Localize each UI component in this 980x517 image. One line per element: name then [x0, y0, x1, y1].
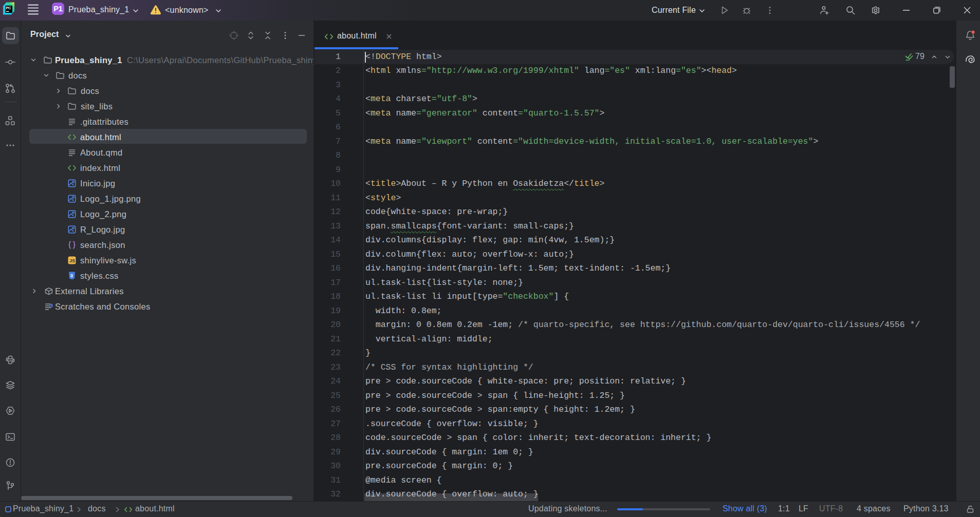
svg-text:3: 3 [70, 273, 73, 278]
svg-text:JS: JS [69, 258, 75, 263]
svg-text:PC: PC [6, 6, 12, 10]
